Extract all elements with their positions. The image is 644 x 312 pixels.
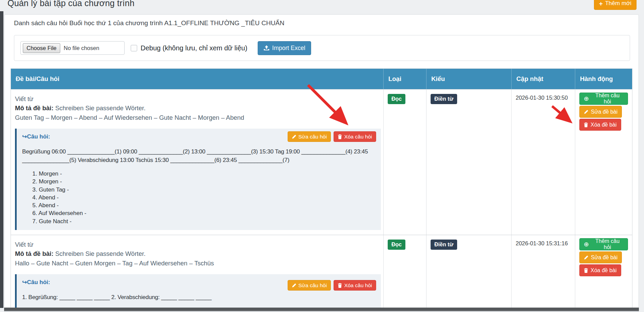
content-panel: Danh sách câu hỏi Buổi học thứ 1 của chư…: [4, 14, 639, 312]
description-label: Mô tả đề bài:: [15, 104, 53, 112]
loai-cell: Đọc: [384, 89, 426, 235]
question-box: ↪Câu hỏi: Sửa câu hỏi Xóa câu hỏi 1.: [15, 274, 381, 312]
kieu-cell: Điền từ: [426, 89, 512, 235]
answer-item: 4. Abend -: [32, 194, 376, 201]
question-text: 1. Begrüßung: _____ _____ _____ 2. Verab…: [22, 293, 376, 301]
trash-icon: [338, 134, 342, 139]
updated-cell: 2026-01-30 15:31:16: [512, 235, 575, 312]
trash-icon: [584, 268, 588, 273]
actions-cell: ⊕ Thêm câu hỏi Sửa đề bài Xóa đề bài: [575, 89, 632, 235]
debug-checkbox-label[interactable]: Debug (không lưu, chỉ xem dữ liệu): [141, 44, 247, 52]
word-bank: Guten Tag – Morgen – Abend – Auf Wieders…: [15, 113, 379, 122]
description-label: Mô tả đề bài:: [15, 250, 53, 257]
exercise-description: Mô tả đề bài: Schreiben Sie passende Wör…: [15, 249, 379, 259]
updated-timestamp: 2026-01-30 15:31:16: [516, 239, 571, 247]
questions-table: Đề bài/Câu hỏi Loại Kiểu Cập nhật Hành đ…: [11, 68, 632, 312]
exercise-cell: Viết từ Mô tả đề bài: Schreiben Sie pass…: [11, 235, 384, 312]
file-input[interactable]: Choose File No file chosen: [20, 41, 125, 55]
pencil-icon: [292, 134, 296, 139]
upload-icon: [263, 45, 270, 51]
answer-item: 7. Gute Nacht -: [32, 217, 376, 225]
add-question-button[interactable]: ⊕ Thêm câu hỏi: [579, 238, 628, 250]
column-header-hanhdong: Hành động: [575, 69, 632, 89]
circle-plus-icon: ⊕: [584, 96, 589, 102]
actions-cell: ⊕ Thêm câu hỏi Sửa đề bài Xóa đề bài: [575, 235, 632, 312]
answer-item: 2. Morgen -: [32, 178, 376, 185]
table-row: Viết từ Mô tả đề bài: Schreiben Sie pass…: [11, 89, 632, 235]
answer-item: 5. Abend -: [32, 201, 376, 209]
question-line: 1. Begrüßung: _____ _____ _____ 2. Verab…: [22, 293, 376, 301]
updated-timestamp: 2026-01-30 15:30:50: [516, 94, 571, 101]
left-edge-strip: [0, 11, 3, 308]
answer-item: 3. Guten Tag -: [32, 186, 376, 194]
import-form: Choose File No file chosen Debug (không …: [14, 35, 630, 61]
type-badge: Đọc: [388, 94, 405, 104]
plus-icon: +: [599, 0, 603, 7]
add-new-label: Thêm mới: [605, 0, 631, 7]
delete-question-button[interactable]: Xóa câu hỏi: [334, 280, 376, 291]
word-bank: Hallo – Gute Nacht – Guten Morgen – Tag …: [15, 259, 379, 268]
question-line: Begrüßung 06:00 _______________(1) 09:00…: [22, 147, 376, 156]
exercise-description: Mô tả đề bài: Schreiben Sie passende Wör…: [15, 103, 379, 113]
question-buttons: Sửa câu hỏi Xóa câu hỏi: [288, 280, 376, 291]
pencil-icon: [584, 110, 589, 114]
table-row: Viết từ Mô tả đề bài: Schreiben Sie pass…: [11, 235, 632, 312]
exercise-type: Viết từ: [15, 94, 379, 103]
edit-exercise-button[interactable]: Sửa đề bài: [579, 251, 622, 263]
trash-icon: [338, 283, 342, 288]
add-new-button[interactable]: + Thêm mới: [594, 0, 637, 10]
delete-question-button[interactable]: Xóa câu hỏi: [334, 131, 376, 142]
answer-list: 1. Morgen -2. Morgen -3. Guten Tag -4. A…: [32, 170, 376, 225]
kind-badge: Điền từ: [431, 240, 457, 250]
import-excel-label: Import Excel: [272, 45, 305, 52]
debug-checkbox[interactable]: [131, 45, 137, 51]
column-header-kieu: Kiểu: [426, 69, 512, 89]
answer-item: 1. Morgen -: [32, 170, 376, 178]
pencil-icon: [292, 283, 296, 288]
column-header-loai: Loại: [384, 69, 426, 89]
question-box: ↪Câu hỏi: Sửa câu hỏi Xóa câu hỏi Be: [15, 129, 381, 230]
list-subtitle: Danh sách câu hỏi Buổi học thứ 1 của chư…: [14, 19, 285, 27]
question-line: _______________(5) Verabschiedung 13:00 …: [22, 156, 376, 164]
column-header-debai: Đề bài/Câu hỏi: [11, 69, 384, 89]
import-excel-button[interactable]: Import Excel: [258, 41, 311, 55]
loai-cell: Đọc: [384, 235, 426, 312]
delete-exercise-button[interactable]: Xóa đề bài: [579, 264, 621, 276]
exercise-cell: Viết từ Mô tả đề bài: Schreiben Sie pass…: [11, 89, 384, 235]
screen: Quản lý bài tập của chương trình + Thêm …: [0, 0, 644, 312]
kind-badge: Điền từ: [431, 94, 457, 104]
type-badge: Đọc: [388, 240, 405, 250]
top-bar: Quản lý bài tập của chương trình + Thêm …: [0, 0, 644, 14]
exercise-type: Viết từ: [15, 240, 379, 249]
file-chosen-text: No file chosen: [64, 45, 99, 51]
add-question-button[interactable]: ⊕ Thêm câu hỏi: [579, 93, 628, 105]
column-header-capnhat: Cập nhật: [512, 69, 575, 89]
answer-item: 6. Auf Wiedersehen -: [32, 209, 376, 217]
kieu-cell: Điền từ: [426, 235, 512, 312]
table-header-row: Đề bài/Câu hỏi Loại Kiểu Cập nhật Hành đ…: [11, 69, 632, 89]
delete-exercise-button[interactable]: Xóa đề bài: [579, 119, 621, 131]
question-text: Begrüßung 06:00 _______________(1) 09:00…: [22, 147, 376, 164]
question-buttons: Sửa câu hỏi Xóa câu hỏi: [288, 131, 376, 142]
updated-cell: 2026-01-30 15:30:50: [512, 89, 575, 235]
page-title: Quản lý bài tập của chương trình: [7, 0, 134, 8]
horizontal-scrollbar[interactable]: [4, 308, 639, 311]
edit-question-button[interactable]: Sửa câu hỏi: [288, 131, 331, 142]
pencil-icon: [584, 255, 589, 260]
trash-icon: [584, 122, 588, 127]
edit-question-button[interactable]: Sửa câu hỏi: [288, 280, 331, 291]
choose-file-button[interactable]: Choose File: [23, 43, 60, 53]
edit-exercise-button[interactable]: Sửa đề bài: [579, 106, 622, 118]
circle-plus-icon: ⊕: [584, 241, 589, 247]
